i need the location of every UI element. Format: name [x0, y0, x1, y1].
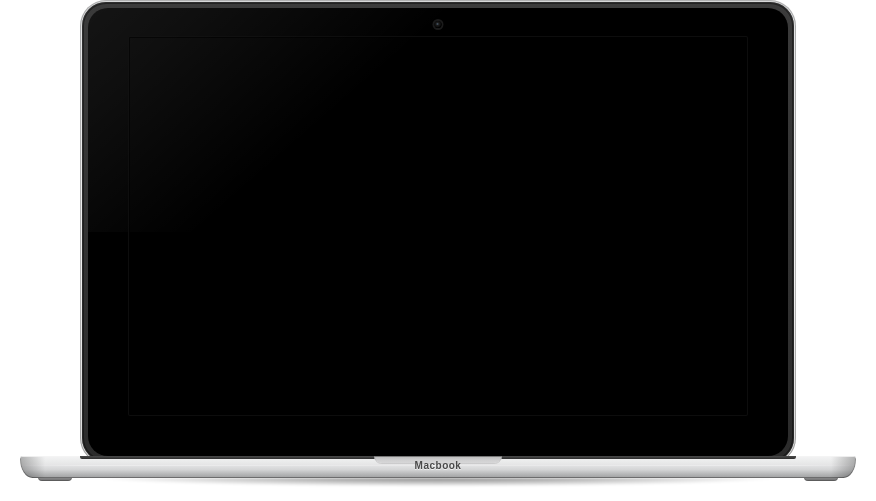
webcam-icon: [435, 21, 442, 28]
laptop-screen: [128, 36, 748, 416]
floor-shadow: [12, 478, 864, 496]
laptop-lid: [80, 0, 796, 464]
screen-bezel: [88, 8, 788, 456]
brand-label: Macbook: [415, 460, 462, 471]
